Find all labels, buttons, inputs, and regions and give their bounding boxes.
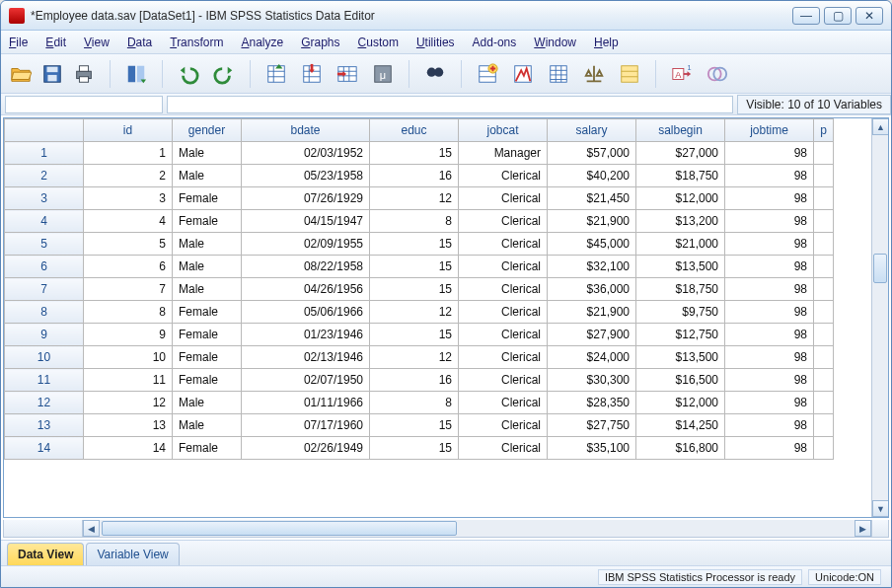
table-row[interactable]: 77Male04/26/195615Clerical$36,000$18,750…	[5, 278, 834, 301]
cell-jobtime[interactable]: 98	[725, 414, 814, 437]
cell-jobtime[interactable]: 98	[725, 278, 814, 301]
cell-salary[interactable]: $45,000	[548, 233, 636, 256]
cell-p[interactable]	[814, 278, 834, 301]
cell-p[interactable]	[814, 210, 834, 233]
cell-jobcat[interactable]: Clerical	[459, 233, 548, 256]
cell-jobcat[interactable]: Manager	[459, 142, 548, 165]
cell-educ[interactable]: 8	[370, 392, 459, 414]
cell-educ[interactable]: 12	[370, 187, 459, 210]
cell-bdate[interactable]: 05/06/1966	[242, 301, 370, 324]
select-cases-icon[interactable]	[616, 60, 643, 88]
goto-variable-icon[interactable]	[298, 60, 326, 88]
vertical-scrollbar[interactable]: ▲ ▼	[871, 118, 888, 517]
value-labels-icon[interactable]: A1	[668, 60, 696, 88]
insert-variable-icon[interactable]	[509, 60, 537, 88]
menu-analyze[interactable]: Analyze	[241, 36, 283, 49]
hscroll-track[interactable]	[100, 520, 855, 537]
cell-salary[interactable]: $27,900	[548, 324, 636, 346]
cell-gender[interactable]: Male	[173, 165, 242, 187]
cell-salary[interactable]: $40,200	[548, 165, 636, 187]
row-header[interactable]: 9	[5, 324, 84, 346]
cell-educ[interactable]: 12	[370, 301, 459, 324]
row-header[interactable]: 12	[5, 392, 84, 414]
column-header-p[interactable]: p	[814, 119, 834, 142]
cell-id[interactable]: 13	[84, 414, 173, 437]
cell-bdate[interactable]: 01/23/1946	[242, 324, 370, 346]
cell-id[interactable]: 2	[84, 165, 173, 187]
row-header[interactable]: 2	[5, 165, 84, 187]
cell-educ[interactable]: 15	[370, 256, 459, 278]
cell-bdate[interactable]: 02/03/1952	[242, 142, 370, 165]
cell-jobtime[interactable]: 98	[725, 346, 814, 369]
run-icon[interactable]: μ	[369, 60, 397, 88]
cell-p[interactable]	[814, 324, 834, 346]
cell-jobcat[interactable]: Clerical	[459, 414, 548, 437]
cell-salary[interactable]: $21,900	[548, 301, 636, 324]
cell-bdate[interactable]: 04/15/1947	[242, 210, 370, 233]
cell-gender[interactable]: Female	[173, 346, 242, 369]
cell-bdate[interactable]: 02/07/1950	[242, 369, 370, 392]
cell-salbegin[interactable]: $27,000	[636, 142, 725, 165]
cell-p[interactable]	[814, 187, 834, 210]
cell-salbegin[interactable]: $12,000	[636, 187, 725, 210]
menu-file[interactable]: File	[9, 36, 28, 49]
cell-jobcat[interactable]: Clerical	[459, 210, 548, 233]
table-row[interactable]: 11Male02/03/195215Manager$57,000$27,0009…	[5, 142, 834, 165]
cell-salary[interactable]: $28,350	[548, 392, 636, 414]
cell-gender[interactable]: Female	[173, 187, 242, 210]
column-header-salbegin[interactable]: salbegin	[636, 119, 725, 142]
cell-bdate[interactable]: 07/17/1960	[242, 414, 370, 437]
cell-educ[interactable]: 16	[370, 165, 459, 187]
cell-jobcat[interactable]: Clerical	[459, 437, 548, 460]
menu-custom[interactable]: Custom	[358, 36, 399, 49]
cell-salary[interactable]: $21,900	[548, 210, 636, 233]
cell-jobtime[interactable]: 98	[725, 142, 814, 165]
column-header-gender[interactable]: gender	[173, 119, 242, 142]
cell-gender[interactable]: Male	[173, 278, 242, 301]
cell-educ[interactable]: 12	[370, 346, 459, 369]
cell-salbegin[interactable]: $16,800	[636, 437, 725, 460]
cell-bdate[interactable]: 04/26/1956	[242, 278, 370, 301]
cell-gender[interactable]: Male	[173, 414, 242, 437]
cell-jobtime[interactable]: 98	[725, 256, 814, 278]
maximize-button[interactable]: ▢	[824, 7, 852, 25]
table-row[interactable]: 1313Male07/17/196015Clerical$27,750$14,2…	[5, 414, 834, 437]
cell-jobtime[interactable]: 98	[725, 369, 814, 392]
data-grid[interactable]: idgenderbdateeducjobcatsalarysalbeginjob…	[4, 118, 834, 460]
use-variable-sets-icon[interactable]	[704, 60, 731, 88]
row-header[interactable]: 13	[5, 414, 84, 437]
cell-gender[interactable]: Female	[173, 369, 242, 392]
cell-salbegin[interactable]: $12,000	[636, 392, 725, 414]
row-header[interactable]: 8	[5, 301, 84, 324]
cell-jobtime[interactable]: 98	[725, 165, 814, 187]
cell-educ[interactable]: 15	[370, 233, 459, 256]
cell-salary[interactable]: $24,000	[548, 346, 636, 369]
scroll-right-arrow-icon[interactable]: ▶	[855, 520, 871, 537]
cell-jobcat[interactable]: Clerical	[459, 392, 548, 414]
cell-salary[interactable]: $32,100	[548, 256, 636, 278]
row-header[interactable]: 11	[5, 369, 84, 392]
scroll-left-arrow-icon[interactable]: ◀	[83, 520, 100, 537]
cell-educ[interactable]: 15	[370, 278, 459, 301]
cell-p[interactable]	[814, 142, 834, 165]
cell-jobtime[interactable]: 98	[725, 437, 814, 460]
table-row[interactable]: 44Female04/15/19478Clerical$21,900$13,20…	[5, 210, 834, 233]
column-header-jobcat[interactable]: jobcat	[459, 119, 548, 142]
find-icon[interactable]	[421, 60, 449, 88]
cell-salbegin[interactable]: $12,750	[636, 324, 725, 346]
cell-id[interactable]: 12	[84, 392, 173, 414]
menu-utilities[interactable]: Utilities	[416, 36, 455, 49]
cell-id[interactable]: 14	[84, 437, 173, 460]
cell-bdate[interactable]: 07/26/1929	[242, 187, 370, 210]
cell-p[interactable]	[814, 437, 834, 460]
cell-educ[interactable]: 16	[370, 369, 459, 392]
cell-salary[interactable]: $27,750	[548, 414, 636, 437]
cell-salbegin[interactable]: $9,750	[636, 301, 725, 324]
cell-salbegin[interactable]: $18,750	[636, 278, 725, 301]
cell-salary[interactable]: $35,100	[548, 437, 636, 460]
cell-educ[interactable]: 15	[370, 324, 459, 346]
menu-edit[interactable]: Edit	[45, 36, 66, 49]
cell-salary[interactable]: $36,000	[548, 278, 636, 301]
tab-data-view[interactable]: Data View	[7, 543, 84, 565]
cell-bdate[interactable]: 08/22/1958	[242, 256, 370, 278]
